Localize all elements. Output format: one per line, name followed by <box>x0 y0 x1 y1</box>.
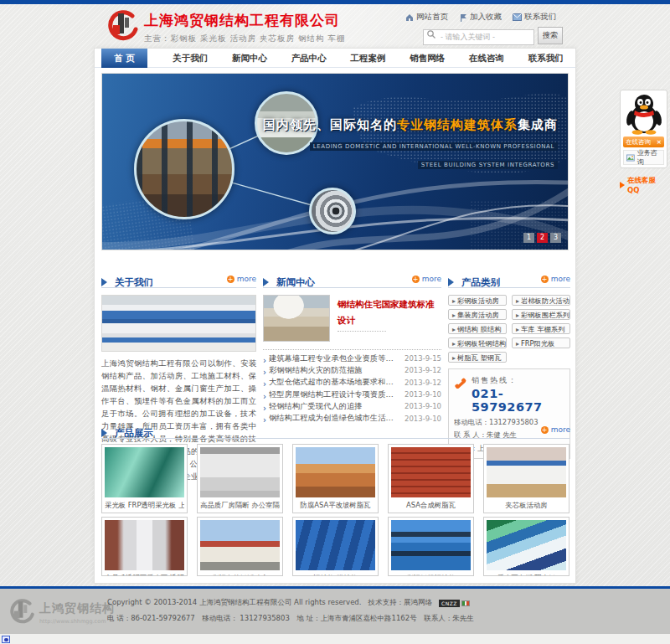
product-image <box>296 447 375 497</box>
product-image <box>105 447 184 497</box>
product-card[interactable]: 高品质厂房隔断 办公室隔断 <box>197 444 283 513</box>
nav-item-news[interactable]: 新闻中心 <box>220 49 280 68</box>
product-card[interactable]: 高品质透明瓦采光瓦 透明车棚 <box>101 517 188 576</box>
company-name: 上海鸿贸钢结构工程有限公司 <box>144 11 346 30</box>
main-nav: 首 页 关于我们 新闻中心 产品中心 工程案例 销售网络 在线咨询 联系我们 <box>95 49 575 68</box>
banner-photo-factory <box>134 119 234 219</box>
slogan-english-line1: LEADING DOMESTIC AND INTERNATIONAL WELL-… <box>310 142 558 151</box>
home-link[interactable]: 网站首页 <box>405 12 448 23</box>
nav-item-contact[interactable]: 联系我们 <box>516 49 575 68</box>
news-item[interactable]: 建筑幕墙工程专业承包企业资质等级标准 2013-9-15 <box>263 353 441 364</box>
news-item[interactable]: 钢结构工程成为创造绿色城市生活的方向 2013-9-10 <box>263 412 441 424</box>
qq-business-item[interactable]: 业务咨询 <box>623 150 664 165</box>
cnzz-flag-icon <box>461 600 470 606</box>
product-caption: 彩钢板轻钢结构 <box>391 574 471 576</box>
about-more-link[interactable]: more <box>227 275 256 283</box>
product-caption: 高品质透明瓦采光瓦 透明车棚 <box>105 574 184 576</box>
products-more-link[interactable]: more <box>541 425 570 434</box>
product-card[interactable]: 采光板 FRP透明采光板 上 <box>101 444 188 513</box>
banner-page-1[interactable]: 1 <box>523 233 534 243</box>
news-item-title[interactable]: 彩钢钢结构火灾的防范措施 <box>269 365 401 376</box>
footer-contact-info: 电 话：86-021-59792677 移动电话： 13127935803 地 … <box>107 614 474 624</box>
product-card[interactable]: 彩钢夹芯板活动房 <box>197 517 283 576</box>
banner-page-2[interactable]: 2 <box>537 233 548 243</box>
product-row-2: 高品质透明瓦采光瓦 透明车棚 彩钢夹芯板活动房 钢结构 膜结构 彩钢板轻钢结构 … <box>101 517 570 576</box>
hotline-label: 销售热线： <box>472 375 564 386</box>
product-card[interactable]: 钢结构 膜结构 <box>292 517 379 576</box>
favorite-link[interactable]: 加入收藏 <box>459 12 502 23</box>
cnzz-counter[interactable]: CNZZ <box>439 600 470 607</box>
nav-item-products[interactable]: 产品中心 <box>279 49 338 68</box>
news-more-link[interactable]: more <box>412 275 441 283</box>
news-item-title[interactable]: 轻钢结构广受现代人的追捧 <box>269 401 401 412</box>
category-grid: 彩钢板活动房 岩棉板防火活动房 集装房活动房 彩钢板围栏系列 钢结构 膜结构 车… <box>448 295 570 363</box>
product-card[interactable]: ASA合成树脂瓦 <box>388 444 474 513</box>
slogan-english-line2: STEEL BUILDING SYSTEM INTEGRATORS <box>418 161 558 169</box>
plus-icon <box>541 426 549 434</box>
category-button[interactable]: 岩棉板防火活动房 <box>512 295 570 306</box>
banner-page-3[interactable]: 3 <box>550 233 561 243</box>
section-arrow-icon <box>448 278 454 286</box>
categories-title: 产品类别 <box>461 276 500 288</box>
categories-more-link[interactable]: more <box>541 275 570 283</box>
qq-footer-link[interactable]: 在线客服QQ <box>620 176 667 194</box>
news-featured-photo[interactable] <box>263 295 330 342</box>
product-card[interactable]: 彩钢板轻钢结构 <box>388 517 474 576</box>
qq-online-label: 在线咨询 <box>626 138 651 147</box>
logo[interactable]: 上海鸿贸钢结构工程有限公司 主营：彩钢板 采光板 活动房 夹芯板房 钢结构 车棚 <box>104 10 346 45</box>
search-input[interactable] <box>423 29 534 45</box>
product-image <box>487 447 566 497</box>
news-item[interactable]: 彩钢钢结构火灾的防范措施 2013-9-12 <box>263 364 441 376</box>
news-item-title[interactable]: 钢结构工程成为创造绿色城市生活的方向 <box>269 413 401 424</box>
picture-icon <box>626 154 635 162</box>
news-item-title[interactable]: 轻型房屋钢结构工程设计专项资质标准 <box>269 389 401 400</box>
product-card[interactable]: 夹芯板活动房 <box>483 444 570 513</box>
search-button[interactable]: 搜索 <box>538 27 563 44</box>
plus-icon <box>412 276 420 283</box>
close-icon[interactable]: × <box>657 138 662 146</box>
news-item-title[interactable]: 大型仓储式超市的基本场地要求和建设标准 <box>269 377 401 388</box>
section-arrow-icon <box>101 429 107 437</box>
nav-item-network[interactable]: 销售网络 <box>398 49 457 68</box>
search-bar: 搜索 <box>423 27 563 45</box>
nav-item-consult[interactable]: 在线咨询 <box>457 49 517 68</box>
category-button[interactable]: 车库 车棚系列 <box>512 323 570 334</box>
plus-icon <box>541 276 549 283</box>
nav-item-about[interactable]: 关于我们 <box>161 49 220 68</box>
header: 上海鸿贸钢结构工程有限公司 主营：彩钢板 采光板 活动房 夹芯板房 钢结构 车棚… <box>0 4 670 48</box>
home-sections: 关于我们 more 上海鸿贸钢结构工程有限公司以制作、安装钢结构产品、加活动房、… <box>101 273 570 420</box>
news-item-title[interactable]: 建筑幕墙工程专业承包企业资质等级标准 <box>269 353 401 364</box>
mail-icon <box>513 13 522 21</box>
news-item[interactable]: 大型仓储式超市的基本场地要求和建设标准 2013-9-12 <box>263 377 441 389</box>
news-item-date: 2013-9-15 <box>405 354 441 363</box>
news-item-date: 2013-9-10 <box>405 390 441 399</box>
nav-item-home[interactable]: 首 页 <box>101 49 147 68</box>
product-card[interactable]: 采光瓦车棚 阳光板 <box>483 517 570 576</box>
category-button[interactable]: 树脂瓦 塑钢瓦 <box>448 352 507 363</box>
about-photo[interactable] <box>101 295 256 352</box>
contact-link[interactable]: 联系我们 <box>513 12 556 23</box>
news-item[interactable]: 轻型房屋钢结构工程设计专项资质标准 2013-9-10 <box>263 389 441 400</box>
news-featured-title[interactable]: 钢结构住宅国家建筑标准设计 <box>338 299 435 325</box>
category-button[interactable]: 钢结构 膜结构 <box>448 323 507 334</box>
news-title: 新闻中心 <box>276 276 315 288</box>
home-link-label: 网站首页 <box>416 12 448 23</box>
news-item[interactable]: 轻钢结构广受现代人的追捧 2013-9-10 <box>263 400 441 412</box>
product-row-1: 采光板 FRP透明采光板 上 高品质厂房隔断 办公室隔断 防腐ASA平改坡树脂瓦… <box>101 444 570 513</box>
support-text: 技术支持：展鸿网络 <box>368 598 432 608</box>
category-button[interactable]: FRP阳光板 <box>512 337 570 348</box>
category-button[interactable]: 彩钢板轻钢结构 <box>448 337 507 348</box>
footer: 上鸿贸钢结构 http://www.shhmgg.com Copyright ©… <box>0 589 670 634</box>
category-button[interactable]: 集装房活动房 <box>448 309 507 320</box>
product-image <box>391 447 471 497</box>
nav-item-cases[interactable]: 工程案例 <box>338 49 398 68</box>
news-item-date: 2013-9-10 <box>405 402 441 410</box>
hero-banner: 国内领先、国际知名的专业钢结构建筑体系集成商 LEADING DOMESTIC … <box>101 73 569 250</box>
hotline-number: 021-59792677 <box>472 387 564 414</box>
category-button[interactable]: 彩钢板活动房 <box>448 295 507 306</box>
category-button[interactable]: 彩钢板围栏系列 <box>512 309 570 320</box>
banner-photo-steel-coil <box>309 188 356 234</box>
about-title: 关于我们 <box>115 276 153 288</box>
paw-badge-icon[interactable] <box>2 636 10 643</box>
product-card[interactable]: 防腐ASA平改坡树脂瓦 <box>292 444 379 513</box>
